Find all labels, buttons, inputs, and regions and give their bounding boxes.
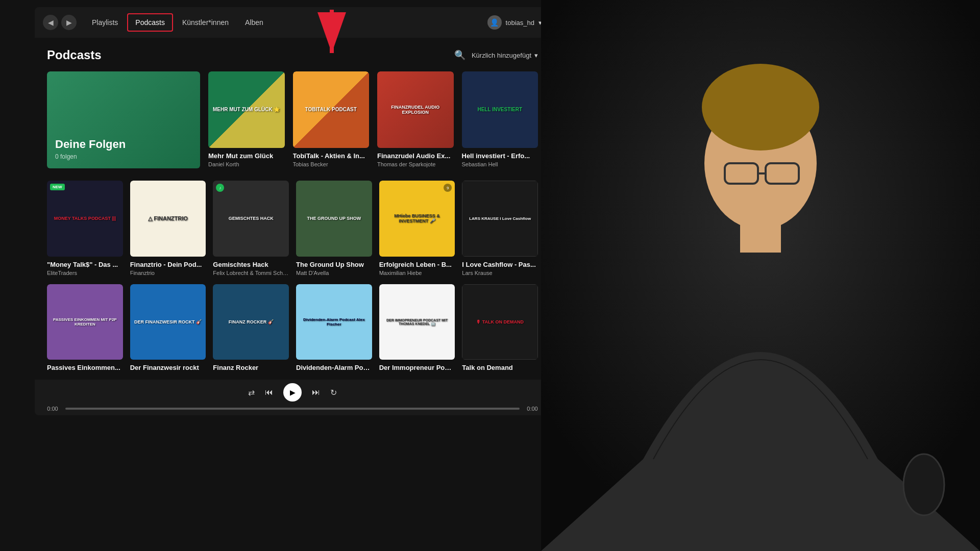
podcast-card-tobitalk[interactable]: TOBITALK PODCAST TobiTalk - Aktien & In.…	[293, 71, 370, 172]
podcast-card-finanzwesir[interactable]: DER FINANZWESIR ROCKT 🎸 Der Finanzwesir …	[130, 284, 206, 373]
search-button[interactable]: 🔍	[454, 49, 465, 61]
player-progress: 0:00 0:00	[45, 406, 540, 412]
avatar: 👤	[487, 15, 502, 30]
finanzwesir-thumbnail: DER FINANZWESIR ROCKT 🎸	[130, 284, 206, 360]
new-episode-badge: NEW	[50, 184, 65, 190]
player-controls: ⇄ ⏮ ▶ ⏭ ↻	[248, 383, 337, 402]
tobitalk-thumbnail: TOBITALK PODCAST	[293, 71, 370, 148]
app-container: ◀ ▶ Playlists Podcasts Künstler*innen Al…	[35, 7, 550, 415]
nav-tabs: Playlists Podcasts Künstler*innen Alben	[85, 13, 483, 32]
podcast-card-finanztrio[interactable]: △ FINANZTRIO Finanztrio - Dein Pod... Fi…	[130, 181, 206, 276]
erfolgreich-thumb-content: MHiebe BUSINESS & INVESTMENT 🎤	[379, 181, 455, 257]
podcast-card-passives[interactable]: PASSIVES EINKOMMEN MIT P2P KREDITEN Pass…	[47, 284, 123, 373]
erfolgreich-title: Erfolgreich Leben - B...	[379, 261, 455, 268]
tobitalk-thumb-content: TOBITALK PODCAST	[293, 71, 370, 148]
finanz-rocker-thumb-content: FINANZ ROCKER 🎸	[213, 284, 289, 360]
finanzwesir-title: Der Finanzwesir rockt	[130, 364, 206, 371]
tab-kuenstler[interactable]: Künstler*innen	[175, 13, 236, 32]
ground-up-subtitle: Matt D'Avella	[296, 270, 372, 276]
repeat-button[interactable]: ↻	[330, 388, 337, 397]
tobitalk-title: TobiTalk - Aktien & In...	[293, 152, 370, 160]
sort-label: Kürzlich hinzugefügt	[472, 52, 531, 59]
mehr-mut-thumbnail: MEHR MUT ZUM GLÜCK 🌟	[208, 71, 285, 148]
deine-folgen-count: 0 folgen	[55, 153, 192, 160]
mehr-mut-subtitle: Daniel Korth	[208, 161, 285, 167]
finanzwesir-thumb-content: DER FINANZWESIR ROCKT 🎸	[130, 284, 206, 360]
cashflow-thumbnail: LARS KRAUSE I Love Cashflow	[462, 181, 538, 257]
talk-demand-title: Talk on Demand	[462, 364, 538, 371]
podcast-card-finanzrudel[interactable]: FINANZRUDEL AUDIO EXPLOSION Finanzrudel …	[377, 71, 454, 172]
webcam-svg	[541, 0, 980, 551]
cashflow-thumb-content: LARS KRAUSE I Love Cashflow	[462, 181, 538, 257]
passives-thumbnail: PASSIVES EINKOMMEN MIT P2P KREDITEN	[47, 284, 123, 360]
money-talks-thumb-content: MONEY TALKS PODCAST |||	[47, 181, 123, 257]
money-talks-subtitle: EliteTraders	[47, 270, 123, 276]
podcast-card-dividenden[interactable]: Dividenden-Alarm Podcast Alex Fischer Di…	[296, 284, 372, 373]
podcast-card-gemischtes-hack[interactable]: GEMISCHTES HACK ♪ Gemischtes Hack Felix …	[213, 181, 289, 276]
back-button[interactable]: ◀	[43, 15, 58, 30]
podcast-card-immopreneur[interactable]: DER IMMOPRENEUR PODCAST MIT THOMAS KNEDE…	[379, 284, 455, 373]
sort-dropdown[interactable]: Kürzlich hinzugefügt ▾	[472, 52, 538, 59]
dividenden-thumbnail: Dividenden-Alarm Podcast Alex Fischer	[296, 284, 372, 360]
player-bar: ⇄ ⏮ ▶ ⏭ ↻ 0:00 0:00	[35, 380, 550, 415]
finanztrio-subtitle: Finanztrio	[130, 270, 206, 276]
podcast-card-money-talks[interactable]: MONEY TALKS PODCAST ||| NEW "Money Talk$…	[47, 181, 123, 276]
row1: Deine Folgen 0 folgen MEHR MUT ZUM GLÜCK…	[47, 71, 538, 172]
erfolgreich-thumbnail: MHiebe BUSINESS & INVESTMENT 🎤 9	[379, 181, 455, 257]
shuffle-button[interactable]: ⇄	[248, 388, 255, 397]
deine-folgen-thumbnail: Deine Folgen 0 folgen	[47, 71, 200, 168]
ground-up-thumbnail: THE GROUND UP SHOW	[296, 181, 372, 257]
money-talks-thumbnail: MONEY TALKS PODCAST ||| NEW	[47, 181, 123, 257]
podcast-card-finanz-rocker[interactable]: FINANZ ROCKER 🎸 Finanz Rocker	[213, 284, 289, 373]
gemischtes-hack-thumbnail: GEMISCHTES HACK ♪	[213, 181, 289, 257]
current-time: 0:00	[45, 406, 60, 412]
prev-button[interactable]: ⏮	[265, 388, 273, 397]
cashflow-title: I Love Cashflow - Pas...	[462, 261, 538, 268]
gemischtes-hack-title: Gemischtes Hack	[213, 261, 289, 268]
podcast-card-talk-demand[interactable]: 🎙 TALK ON DEMAND Talk on Demand	[462, 284, 538, 373]
cashflow-subtitle: Lars Krause	[462, 270, 538, 276]
page-controls: 🔍 Kürzlich hinzugefügt ▾	[454, 49, 538, 61]
next-button[interactable]: ⏭	[312, 388, 320, 397]
finanztrio-thumb-content: △ FINANZTRIO	[130, 181, 206, 257]
page-content: Podcasts 🔍 Kürzlich hinzugefügt ▾ Deine …	[35, 38, 550, 380]
immopreneur-thumb-content: DER IMMOPRENEUR PODCAST MIT THOMAS KNEDE…	[379, 284, 455, 360]
finanztrio-thumbnail: △ FINANZTRIO	[130, 181, 206, 257]
webcam-overlay	[541, 0, 980, 551]
page-header: Podcasts 🔍 Kürzlich hinzugefügt ▾	[47, 48, 538, 62]
podcast-card-cashflow[interactable]: LARS KRAUSE I Love Cashflow I Love Cashf…	[462, 181, 538, 276]
passives-title: Passives Einkommen...	[47, 364, 123, 371]
finanzrudel-subtitle: Thomas der Sparkojote	[377, 161, 454, 167]
deine-folgen-title: Deine Folgen	[55, 138, 192, 151]
tab-podcasts[interactable]: Podcasts	[127, 13, 173, 32]
podcast-card-erfolgreich[interactable]: MHiebe BUSINESS & INVESTMENT 🎤 9 Erfolgr…	[379, 181, 455, 276]
gemischtes-hack-thumb-content: GEMISCHTES HACK	[213, 181, 289, 257]
progress-bar[interactable]	[65, 408, 520, 410]
money-talks-title: "Money Talk$" - Das ...	[47, 261, 123, 268]
nav-arrows: ◀ ▶	[43, 15, 77, 30]
hell-investiert-title: Hell investiert - Erfo...	[462, 152, 538, 160]
finanzrudel-title: Finanzrudel Audio Ex...	[377, 152, 454, 160]
row3: PASSIVES EINKOMMEN MIT P2P KREDITEN Pass…	[47, 284, 538, 373]
username-label: tobias_hd	[506, 19, 534, 27]
ground-up-thumb-content: THE GROUND UP SHOW	[296, 181, 372, 257]
gemischtes-hack-subtitle: Felix Lobrecht & Tommi Schmitt	[213, 270, 289, 276]
play-pause-button[interactable]: ▶	[283, 383, 302, 402]
immopreneur-title: Der Immopreneur Podcast	[379, 364, 455, 371]
podcast-card-mehr-mut[interactable]: MEHR MUT ZUM GLÜCK 🌟 Mehr Mut zum Glück …	[208, 71, 285, 172]
podcast-card-hell-investiert[interactable]: HELL INVESTIERT Hell investiert - Erfo..…	[462, 71, 538, 172]
nav-user[interactable]: 👤 tobias_hd ▾	[487, 15, 542, 30]
talk-demand-thumbnail: 🎙 TALK ON DEMAND	[462, 284, 538, 360]
deine-folgen-card[interactable]: Deine Folgen 0 folgen	[47, 71, 200, 172]
svg-rect-6	[740, 222, 781, 253]
podcast-card-ground-up[interactable]: THE GROUND UP SHOW The Ground Up Show Ma…	[296, 181, 372, 276]
page-title: Podcasts	[47, 48, 102, 62]
forward-button[interactable]: ▶	[61, 15, 77, 30]
nav-bar: ◀ ▶ Playlists Podcasts Künstler*innen Al…	[35, 7, 550, 38]
tab-playlists[interactable]: Playlists	[85, 13, 125, 32]
finanz-rocker-thumbnail: FINANZ ROCKER 🎸	[213, 284, 289, 360]
total-time: 0:00	[525, 406, 540, 412]
row2: MONEY TALKS PODCAST ||| NEW "Money Talk$…	[47, 181, 538, 276]
tab-alben[interactable]: Alben	[238, 13, 271, 32]
dividenden-thumb-content: Dividenden-Alarm Podcast Alex Fischer	[296, 284, 372, 360]
